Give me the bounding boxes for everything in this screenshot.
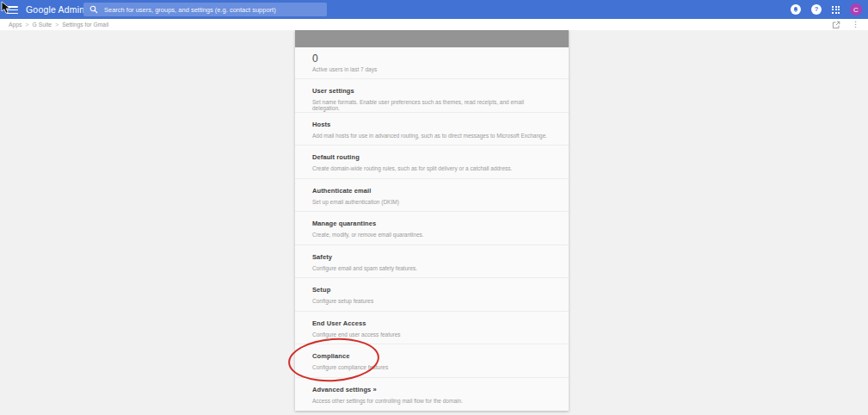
settings-list: User settings Set name formats. Enable u… xyxy=(295,79,569,411)
search-icon xyxy=(89,5,98,14)
section-description: Set up email authentication (DKIM) xyxy=(312,199,551,205)
section-description: Access other settings for controlling ma… xyxy=(312,398,551,404)
settings-section-setup[interactable]: Setup Configure setup features xyxy=(295,278,569,312)
breadcrumb-bar: Apps > G Suite > Settings for Gmail ⋮ xyxy=(0,19,868,30)
section-title: End User Access xyxy=(312,319,551,327)
section-title: Authenticate email xyxy=(312,187,551,195)
section-description: Configure email and spam safety features… xyxy=(312,265,551,271)
main-content: 0 Active users in last 7 days User setti… xyxy=(0,30,868,415)
page-actions: ⋮ xyxy=(832,21,859,29)
section-title: User settings xyxy=(312,87,551,95)
hamburger-menu-icon[interactable] xyxy=(7,6,18,15)
stat-value: 0 xyxy=(312,53,551,65)
section-description: Create, modify, or remove email quaranti… xyxy=(312,232,551,238)
apps-grid-icon[interactable] xyxy=(832,6,840,14)
section-title: Safety xyxy=(312,253,551,261)
section-title: Manage quarantines xyxy=(312,220,551,227)
active-users-stat: 0 Active users in last 7 days xyxy=(295,47,569,79)
admin-console-screen: Google Admin ? C Apps > G Su xyxy=(0,0,868,415)
open-in-new-icon[interactable] xyxy=(832,21,840,29)
header-actions: ? C xyxy=(791,0,862,19)
search-bar[interactable] xyxy=(83,3,327,16)
settings-section-user-settings[interactable]: User settings Set name formats. Enable u… xyxy=(295,79,569,113)
section-description: Configure compliance features xyxy=(312,364,551,370)
settings-section-default-routing[interactable]: Default routing Create domain-wide routi… xyxy=(295,146,569,179)
stat-label: Active users in last 7 days xyxy=(312,66,551,72)
app-header: Google Admin ? C xyxy=(0,0,868,19)
settings-section-compliance[interactable]: Compliance Configure compliance features xyxy=(295,344,569,378)
section-description: Add mail hosts for use in advanced routi… xyxy=(312,133,551,139)
section-description: Set name formats. Enable user preference… xyxy=(312,99,551,111)
settings-section-advanced-settings[interactable]: Advanced settings » Access other setting… xyxy=(295,378,569,412)
section-title: Hosts xyxy=(312,121,551,128)
section-description: Configure setup features xyxy=(312,298,551,304)
gmail-settings-card: 0 Active users in last 7 days User setti… xyxy=(295,30,569,411)
search-input[interactable] xyxy=(104,6,321,14)
more-options-icon[interactable]: ⋮ xyxy=(852,21,859,28)
help-icon[interactable]: ? xyxy=(811,4,822,15)
breadcrumb-separator: > xyxy=(26,22,29,28)
section-title: Compliance xyxy=(312,352,551,360)
settings-section-safety[interactable]: Safety Configure email and spam safety f… xyxy=(295,245,569,279)
product-name[interactable]: Google Admin xyxy=(26,0,84,19)
section-title: Setup xyxy=(312,286,551,294)
section-title: Default routing xyxy=(312,153,551,161)
notifications-icon[interactable] xyxy=(791,4,801,15)
card-header-bar xyxy=(295,30,569,47)
settings-section-end-user-access[interactable]: End User Access Configure end user acces… xyxy=(295,312,569,345)
section-description: Create domain-wide routing rules, such a… xyxy=(312,165,551,171)
breadcrumb-apps[interactable]: Apps xyxy=(9,22,22,28)
account-avatar[interactable]: C xyxy=(850,3,862,15)
section-title: Advanced settings » xyxy=(312,386,551,393)
breadcrumb-separator: > xyxy=(55,22,58,28)
settings-section-authenticate-email[interactable]: Authenticate email Set up email authenti… xyxy=(295,179,569,213)
settings-section-hosts[interactable]: Hosts Add mail hosts for use in advanced… xyxy=(295,113,569,146)
settings-section-manage-quarantines[interactable]: Manage quarantines Create, modify, or re… xyxy=(295,212,569,245)
breadcrumb-current-page: Settings for Gmail xyxy=(62,22,108,28)
breadcrumb-gsuite[interactable]: G Suite xyxy=(32,22,52,28)
section-description: Configure end user access features xyxy=(312,331,551,338)
